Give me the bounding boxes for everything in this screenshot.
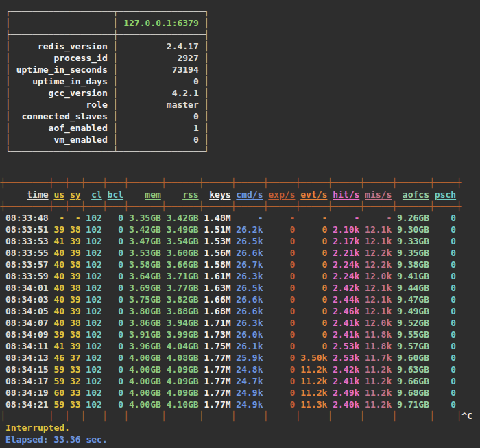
cell-bcl: 0: [108, 352, 123, 364]
header-psch: psch: [435, 189, 456, 200]
info-row: │ connected_slaves │ 0 │: [5, 110, 480, 122]
cell-psch: 0: [435, 329, 456, 340]
header-aofcs: aofcs: [397, 189, 429, 200]
info-label: aof_enabled: [16, 123, 108, 133]
cell-sy: 38: [70, 259, 81, 270]
cell-rss: 3.99GB: [167, 329, 199, 340]
cell-mis/s: 12.1k: [365, 305, 392, 317]
cell-rss: 3.54GB: [167, 235, 199, 247]
cell-keys: 1.51M: [204, 224, 230, 235]
cell-sy: 39: [70, 235, 81, 247]
cell-cmd/s: 26.5k: [236, 235, 263, 247]
cell-mis/s: 12.2k: [365, 247, 392, 259]
info-border-top: ┌───────────────────┬────────────────┐: [5, 5, 480, 17]
cell-rss: 4.09GB: [167, 375, 199, 387]
cell-psch: 0: [435, 387, 456, 399]
cell-cmd/s: 24.9k: [236, 387, 263, 399]
cell-mem: 3.53GB: [129, 247, 161, 259]
cell-sy: 38: [70, 317, 81, 329]
cell-evt/s: 0: [300, 247, 327, 259]
cell-rss: 4.09GB: [167, 364, 199, 375]
cell-us: 40: [53, 305, 64, 317]
cell-exp/s: -: [268, 212, 295, 224]
cell-psch: 0: [435, 259, 456, 270]
cell-cl: 102: [86, 375, 101, 387]
cell-evt/s: 0: [300, 224, 327, 235]
cell-keys: 1.61M: [204, 270, 230, 282]
cell-exp/s: 0: [268, 247, 295, 259]
cell-us: 40: [53, 294, 64, 305]
cell-exp/s: 0: [268, 317, 295, 329]
cell-aofcs: 9.35GB: [397, 247, 429, 259]
cell-hit/s: 2.49k: [333, 387, 359, 399]
cell-mis/s: 11.8k: [365, 340, 392, 352]
stats-row: 08:34:05403910203.80GB3.88GB1.68M26.6k00…: [5, 305, 480, 317]
cell-keys: 1.77M: [204, 399, 230, 410]
info-label: gcc_version: [16, 88, 108, 98]
cell-us: 46: [53, 352, 64, 364]
info-value: 73194: [123, 64, 199, 75]
stats-row: 08:33:51393810203.42GB3.49GB1.51M26.2k00…: [5, 224, 480, 235]
cell-exp/s: 0: [268, 340, 295, 352]
cell-time: 08:33:55: [5, 247, 49, 259]
cell-cmd/s: 26.3k: [236, 270, 263, 282]
cell-sy: 37: [70, 352, 81, 364]
cell-psch: 0: [435, 270, 456, 282]
cell-hit/s: 2.41k: [333, 317, 359, 329]
cell-bcl: 0: [108, 259, 123, 270]
info-label: connected_slaves: [16, 111, 108, 121]
cell-time: 08:34:07: [5, 317, 49, 329]
cell-evt/s: 11.3k: [300, 399, 327, 410]
cell-mis/s: 11.8k: [365, 329, 392, 340]
cell-us: 41: [53, 340, 64, 352]
cell-rss: 4.04GB: [167, 340, 199, 352]
cell-evt/s: 0: [300, 259, 327, 270]
stats-border-bottom: ┼────────┼──┼──┼───┼───┼──────┼──────┼──…: [0, 410, 480, 422]
cell-keys: 1.77M: [204, 375, 230, 387]
terminal-screen[interactable]: ┌───────────────────┬────────────────┐│ …: [5, 5, 480, 445]
cell-aofcs: 9.66GB: [397, 375, 429, 387]
cell-mis/s: -: [365, 212, 392, 224]
header-keys: keys: [204, 189, 230, 200]
cell-us: 59: [53, 399, 64, 410]
cell-bcl: 0: [108, 247, 123, 259]
cell-mem: 4.00GB: [129, 375, 161, 387]
cell-aofcs: 9.63GB: [397, 364, 429, 375]
cell-keys: 1.77M: [204, 364, 230, 375]
cell-us: 59: [53, 375, 64, 387]
cell-psch: 0: [435, 364, 456, 375]
interrupted-message: Interrupted.: [5, 422, 480, 434]
stats-row: 08:34:09393810203.91GB3.99GB1.73M26.0k00…: [5, 329, 480, 340]
cell-psch: 0: [435, 235, 456, 247]
cell-cmd/s: 26.3k: [236, 317, 263, 329]
cell-aofcs: 9.41GB: [397, 270, 429, 282]
cell-time: 08:33:57: [5, 259, 49, 270]
cell-exp/s: 0: [268, 329, 295, 340]
cell-cl: 102: [86, 329, 101, 340]
cell-evt/s: 11.2k: [300, 364, 327, 375]
cell-exp/s: 0: [268, 294, 295, 305]
cell-mem: 4.00GB: [129, 352, 161, 364]
cell-mis/s: 12.2k: [365, 259, 392, 270]
cell-mem: 3.42GB: [129, 224, 161, 235]
header-exp/s: exp/s: [268, 189, 295, 200]
info-row: │ uptime_in_seconds │ 73194 │: [5, 64, 480, 75]
header-mem: mem: [129, 189, 161, 200]
cell-cl: 102: [86, 212, 101, 224]
cell-aofcs: 9.60GB: [397, 352, 429, 364]
cell-mis/s: 11.2k: [365, 399, 392, 410]
header-mis/s: mis/s: [365, 189, 392, 200]
cell-evt/s: 0: [300, 270, 327, 282]
cell-sy: 39: [70, 247, 81, 259]
cell-us: 40: [53, 259, 64, 270]
cell-psch: 0: [435, 375, 456, 387]
cell-psch: 0: [435, 247, 456, 259]
cell-us: 40: [53, 247, 64, 259]
cell-cl: 102: [86, 352, 101, 364]
cell-psch: 0: [435, 294, 456, 305]
stats-row: 08:33:53413910203.47GB3.54GB1.53M26.5k00…: [5, 235, 480, 247]
cell-time: 08:34:01: [5, 282, 49, 294]
cell-sy: 39: [70, 305, 81, 317]
info-value: 4.2.1: [123, 88, 199, 98]
cell-cl: 102: [86, 282, 101, 294]
